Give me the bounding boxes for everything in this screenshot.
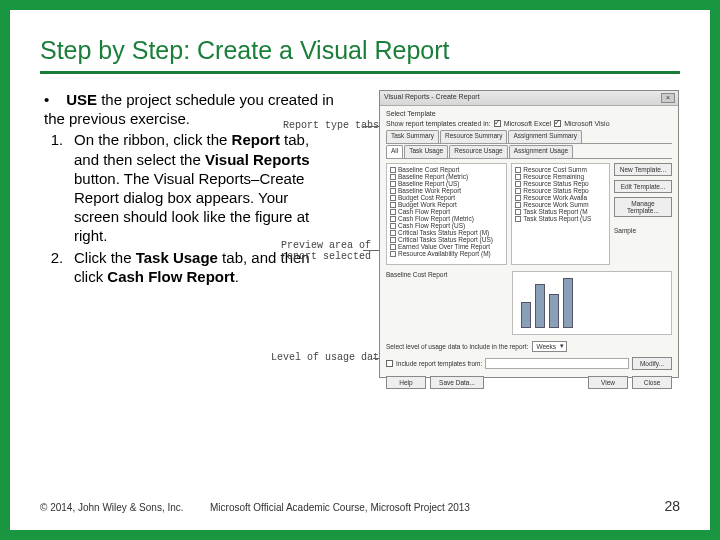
visual-reports-dialog: Visual Reports - Create Report × Select … (379, 90, 679, 378)
lists-row: Baseline Cost Report Baseline Report (Me… (386, 163, 672, 265)
tab-task-summary[interactable]: Task Summary (386, 130, 439, 143)
text-column: • USE the project schedule you created i… (40, 90, 335, 378)
close-icon[interactable]: × (661, 93, 675, 103)
t: Show report templates created in: (386, 120, 491, 127)
list-item[interactable]: Resource Remaining (523, 173, 584, 180)
checkbox-excel[interactable] (494, 120, 501, 127)
list-item[interactable]: Resource Work Availa (523, 194, 587, 201)
dialog-title: Visual Reports - Create Report (384, 93, 480, 100)
dialog-titlebar: Visual Reports - Create Report × (380, 91, 678, 106)
edit-template-button[interactable]: Edit Template... (614, 180, 672, 193)
callout-preview: Preview area of report selected (281, 240, 371, 262)
t: Microsoft Excel (504, 120, 551, 127)
t: Select level of usage data to include in… (386, 343, 528, 350)
callout-level: Level of usage data (271, 352, 385, 363)
list-item[interactable]: Resource Work Summ (523, 201, 588, 208)
preview-chart (512, 271, 672, 335)
tab-assignment-usage[interactable]: Assignment Usage (509, 145, 574, 158)
tabs-row-1: Task Summary Resource Summary Assignment… (386, 130, 672, 144)
step-1: 1. On the ribbon, click the Report tab, … (40, 130, 335, 245)
tab-assignment-summary[interactable]: Assignment Summary (508, 130, 582, 143)
list-item[interactable]: Baseline Report (Metric) (398, 173, 468, 180)
t: On the ribbon, click the (74, 131, 232, 148)
slide-frame: Step by Step: Create a Visual Report • U… (0, 0, 720, 540)
list-item[interactable]: Resource Status Repo (523, 180, 588, 187)
bullet-icon: • (44, 90, 62, 109)
list-item[interactable]: Budget Cost Report (398, 194, 455, 201)
list-item[interactable]: Task Status Report (M (523, 208, 587, 215)
new-template-button[interactable]: New Template... (614, 163, 672, 176)
template-list-left[interactable]: Baseline Cost Report Baseline Report (Me… (386, 163, 507, 265)
level-row: Select level of usage data to include in… (386, 341, 672, 352)
list-item[interactable]: Critical Tasks Status Report (M) (398, 229, 489, 236)
save-data-button[interactable]: Save Data... (430, 376, 484, 389)
checkbox-visio[interactable] (554, 120, 561, 127)
list-item[interactable]: Earned Value Over Time Report (398, 243, 490, 250)
bottom-buttons: Help Save Data... View Close (386, 376, 672, 389)
slide-title: Step by Step: Create a Visual Report (40, 36, 680, 74)
tab-resource-summary[interactable]: Resource Summary (440, 130, 507, 143)
list-item[interactable]: Budget Work Report (398, 201, 457, 208)
footer-copyright: © 2014, John Wiley & Sons, Inc. (40, 502, 210, 513)
template-buttons: New Template... Edit Template... Manage … (614, 163, 672, 265)
include-path-field[interactable] (485, 358, 629, 369)
list-item[interactable]: Resource Status Repo (523, 187, 588, 194)
footer: © 2014, John Wiley & Sons, Inc. Microsof… (40, 498, 680, 514)
tab-all[interactable]: All (386, 145, 403, 158)
include-row: Include report templates from: Modify... (386, 357, 672, 370)
step-2-number: 2. (40, 248, 74, 286)
dialog-body: Select Template Show report templates cr… (380, 106, 678, 393)
figure-column: Report type tabs Preview area of report … (341, 90, 680, 378)
t: button. The Visual Reports–Create Report… (74, 170, 309, 245)
footer-course: Microsoft Official Academic Course, Micr… (210, 502, 664, 513)
t: Include report templates from: (396, 360, 482, 367)
list-item[interactable]: Baseline Cost Report (398, 166, 459, 173)
list-item[interactable]: Task Status Report (US (523, 215, 591, 222)
show-line: Show report templates created in: Micros… (386, 120, 672, 127)
sample-label: Sample (614, 227, 672, 234)
content-row: • USE the project schedule you created i… (40, 90, 680, 378)
preview-row: Baseline Cost Report (386, 271, 672, 335)
step-1-number: 1. (40, 130, 74, 245)
list-item[interactable]: Baseline Report (US) (398, 180, 459, 187)
step-1-body: On the ribbon, click the Report tab, and… (74, 130, 335, 245)
list-item[interactable]: Resource Availability Report (M) (398, 250, 491, 257)
tabs-row-2: All Task Usage Resource Usage Assignment… (386, 145, 672, 159)
t: Visual Reports (205, 151, 310, 168)
close-button[interactable]: Close (632, 376, 672, 389)
t: Task Usage (136, 249, 218, 266)
preview-report-name: Baseline Cost Report (386, 271, 506, 335)
level-select[interactable]: Weeks (532, 341, 567, 352)
list-item[interactable]: Critical Tasks Status Report (US) (398, 236, 493, 243)
tab-task-usage[interactable]: Task Usage (404, 145, 448, 158)
t: Report (232, 131, 280, 148)
t: Cash Flow Report (107, 268, 235, 285)
modify-button[interactable]: Modify... (632, 357, 672, 370)
template-list-right[interactable]: Resource Cost Summ Resource Remaining Re… (511, 163, 610, 265)
t: . (235, 268, 239, 285)
select-template-label: Select Template (386, 110, 672, 117)
help-button[interactable]: Help (386, 376, 426, 389)
list-item[interactable]: Cash Flow Report (Metric) (398, 215, 474, 222)
use-emph: USE (66, 91, 97, 108)
list-item[interactable]: Baseline Work Report (398, 187, 461, 194)
list-item[interactable]: Cash Flow Report (US) (398, 222, 465, 229)
include-checkbox[interactable] (386, 360, 393, 367)
tab-resource-usage[interactable]: Resource Usage (449, 145, 507, 158)
list-item[interactable]: Cash Flow Report (398, 208, 450, 215)
t: Microsoft Visio (564, 120, 609, 127)
list-item[interactable]: Resource Cost Summ (523, 166, 587, 173)
t: Click the (74, 249, 136, 266)
view-button[interactable]: View (588, 376, 628, 389)
manage-template-button[interactable]: Manage Template... (614, 197, 672, 217)
page-number: 28 (664, 498, 680, 514)
